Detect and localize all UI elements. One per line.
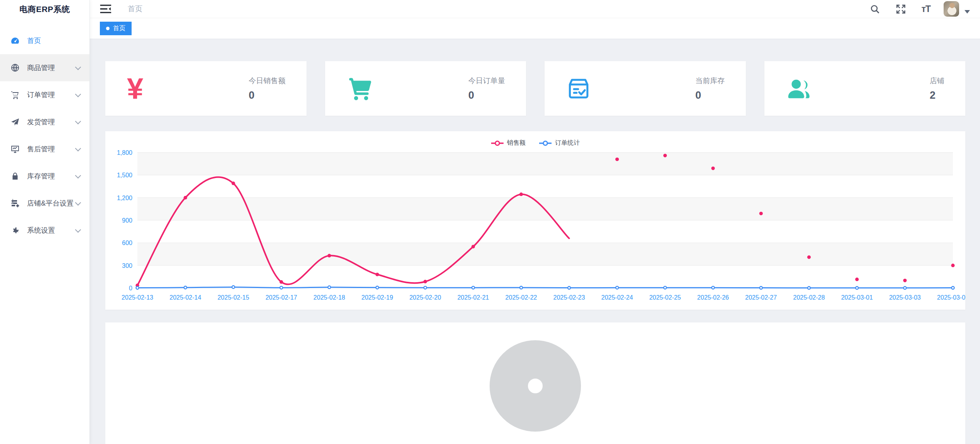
sidebar-item-products[interactable]: 商品管理 — [0, 54, 89, 81]
legend-item-orders[interactable]: 订单统计 — [539, 139, 580, 147]
sidebar: 电商ERP系统 首页 商品管理 订单管理 — [0, 0, 90, 444]
fullscreen-icon[interactable] — [896, 4, 906, 14]
dashboard-icon — [10, 36, 20, 45]
svg-text:2025-03-01: 2025-03-01 — [841, 294, 873, 301]
chevron-down-icon[interactable] — [965, 10, 970, 14]
sidebar-item-label: 商品管理 — [27, 63, 75, 72]
legend-item-sales[interactable]: 销售额 — [491, 139, 526, 147]
empty-donut-chart[interactable] — [105, 322, 965, 444]
sidebar-item-label: 库存管理 — [27, 171, 75, 181]
cart-icon — [10, 90, 20, 99]
chart-legend: 销售额 订单统计 — [105, 139, 965, 147]
tab-active-dot — [106, 27, 110, 30]
legend-marker-sales — [491, 140, 504, 146]
globe-icon — [10, 63, 20, 72]
top-header: 首页 тT — [90, 0, 980, 18]
svg-text:2025-02-26: 2025-02-26 — [697, 294, 729, 301]
avatar[interactable] — [944, 1, 959, 17]
svg-text:2025-02-19: 2025-02-19 — [362, 294, 393, 301]
sidebar-item-label: 系统设置 — [27, 226, 75, 235]
stat-value: 2 — [930, 89, 944, 101]
sidebar-item-orders[interactable]: 订单管理 — [0, 81, 89, 108]
svg-text:0: 0 — [129, 285, 132, 291]
svg-text:2025-02-14: 2025-02-14 — [170, 294, 201, 301]
sidebar-item-label: 售后管理 — [27, 144, 75, 154]
inventory-box-icon — [566, 76, 591, 101]
svg-text:2025-02-22: 2025-02-22 — [505, 294, 537, 301]
search-icon[interactable] — [870, 4, 880, 14]
svg-text:900: 900 — [122, 217, 132, 224]
stat-value: 0 — [696, 89, 725, 101]
page-content: ¥ 今日销售额 0 今日订单量 0 — [90, 39, 980, 444]
stat-label: 今日销售额 — [249, 76, 286, 86]
svg-text:1,200: 1,200 — [117, 195, 132, 201]
svg-text:2025-02-21: 2025-02-21 — [457, 294, 489, 301]
svg-text:2025-02-27: 2025-02-27 — [745, 294, 777, 301]
chevron-down-icon — [75, 118, 81, 124]
chevron-down-icon — [75, 199, 81, 206]
monitor-chart-icon — [10, 144, 20, 154]
stat-label: 店铺 — [930, 76, 944, 86]
legend-marker-orders — [539, 140, 552, 146]
chevron-down-icon — [75, 64, 81, 70]
svg-text:1,800: 1,800 — [117, 149, 132, 156]
tab-bar: 首页 — [90, 18, 980, 39]
svg-text:2025-02-20: 2025-02-20 — [409, 294, 441, 301]
lock-icon — [10, 171, 20, 181]
tab-home[interactable]: 首页 — [100, 22, 132, 35]
svg-text:2025-02-17: 2025-02-17 — [266, 294, 297, 301]
svg-text:2025-02-25: 2025-02-25 — [649, 294, 681, 301]
server-gear-icon — [10, 199, 20, 208]
paper-plane-icon — [10, 117, 20, 127]
collapse-sidebar-icon[interactable] — [100, 4, 111, 14]
app-root: 电商ERP系统 首页 商品管理 订单管理 — [0, 0, 980, 444]
svg-text:600: 600 — [122, 240, 132, 246]
font-size-icon[interactable]: тT — [922, 4, 930, 14]
sidebar-item-shop-platform-settings[interactable]: 店铺&平台设置 — [0, 190, 89, 217]
chevron-down-icon — [75, 145, 81, 151]
stat-card-current-inventory: 当前库存 0 — [545, 61, 746, 116]
chevron-down-icon — [75, 172, 81, 178]
stat-value: 0 — [249, 89, 286, 101]
svg-text:2025-03-04: 2025-03-04 — [937, 294, 965, 301]
sidebar-item-aftersales[interactable]: 售后管理 — [0, 135, 89, 163]
svg-text:2025-02-13: 2025-02-13 — [122, 294, 153, 301]
stat-card-shops: 店铺 2 — [764, 61, 966, 116]
stat-card-today-sales: ¥ 今日销售额 0 — [105, 61, 307, 116]
sales-orders-line-chart[interactable]: 03006009001,2001,5001,8002025-02-132025-… — [105, 131, 965, 310]
breadcrumb[interactable]: 首页 — [128, 4, 142, 14]
cart-icon — [347, 76, 374, 101]
gear-icon — [10, 226, 20, 235]
legend-label: 订单统计 — [555, 139, 580, 147]
app-title: 电商ERP系统 — [0, 0, 89, 19]
sales-orders-chart-card: 销售额 订单统计 03006009001,2001,5001,8002025-0… — [105, 131, 965, 310]
svg-text:2025-02-18: 2025-02-18 — [314, 294, 345, 301]
yen-icon: ¥ — [127, 74, 143, 103]
legend-label: 销售额 — [507, 139, 526, 147]
stat-value: 0 — [468, 89, 505, 101]
svg-text:2025-02-15: 2025-02-15 — [218, 294, 249, 301]
stat-label: 当前库存 — [696, 76, 725, 86]
sidebar-item-shipping[interactable]: 发货管理 — [0, 108, 89, 135]
chevron-down-icon — [75, 226, 81, 233]
sidebar-menu: 首页 商品管理 订单管理 发货管理 — [0, 19, 89, 244]
stat-label: 今日订单量 — [468, 76, 505, 86]
sidebar-item-label: 店铺&平台设置 — [27, 199, 75, 208]
tab-label: 首页 — [113, 24, 125, 33]
sidebar-item-label: 发货管理 — [27, 117, 75, 127]
svg-text:1,500: 1,500 — [117, 172, 132, 178]
svg-text:2025-03-03: 2025-03-03 — [889, 294, 921, 301]
sidebar-item-home[interactable]: 首页 — [0, 27, 89, 54]
pie-chart-card — [105, 322, 965, 444]
svg-text:300: 300 — [122, 262, 132, 269]
sidebar-item-inventory[interactable]: 库存管理 — [0, 163, 89, 190]
sidebar-item-system-settings[interactable]: 系统设置 — [0, 217, 89, 244]
stat-card-today-orders: 今日订单量 0 — [325, 61, 526, 116]
svg-text:2025-02-23: 2025-02-23 — [553, 294, 585, 301]
users-icon — [786, 76, 812, 101]
stat-card-row: ¥ 今日销售额 0 今日订单量 0 — [105, 61, 965, 116]
main-column: 首页 тT 首页 ¥ — [90, 0, 980, 444]
sidebar-item-label: 订单管理 — [27, 90, 75, 99]
svg-text:2025-02-24: 2025-02-24 — [601, 294, 633, 301]
svg-text:2025-02-28: 2025-02-28 — [793, 294, 825, 301]
